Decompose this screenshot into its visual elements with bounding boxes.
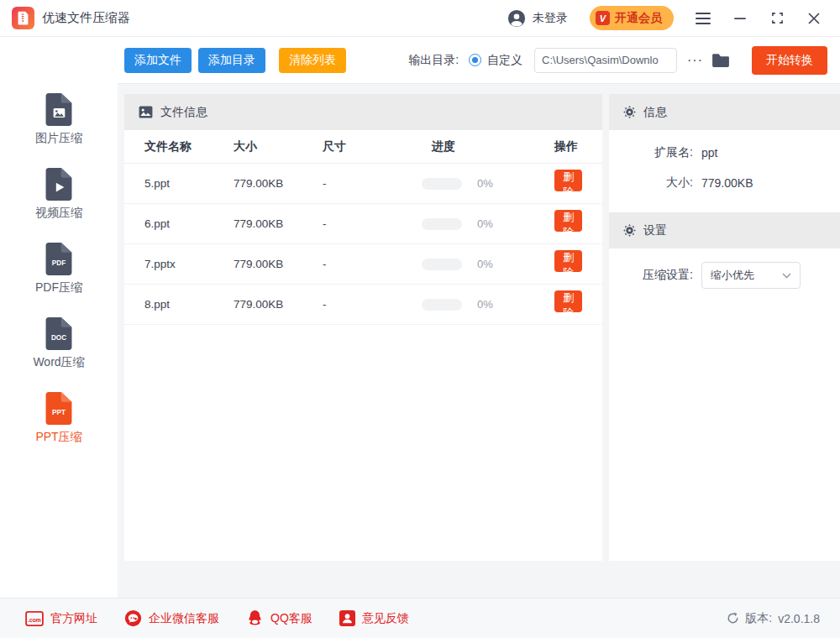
- add-file-button[interactable]: 添加文件: [124, 48, 192, 73]
- start-convert-button[interactable]: 开始转换: [752, 46, 827, 75]
- update-icon: [727, 612, 739, 625]
- file-dim-cell: -: [323, 217, 422, 230]
- delete-button[interactable]: 删除: [554, 290, 582, 312]
- close-button[interactable]: [806, 11, 822, 26]
- file-info-title: 文件信息: [160, 105, 207, 120]
- sidebar-item-video-compress[interactable]: 视频压缩: [0, 167, 118, 221]
- qq-icon: [246, 609, 264, 627]
- feedback-label: 意见反馈: [362, 611, 409, 626]
- sidebar-item-image-compress[interactable]: 图片压缩: [0, 92, 118, 146]
- table-row: 5.ppt 779.00KB - 0% 删除: [124, 164, 602, 204]
- progress-text: 0%: [477, 298, 493, 311]
- delete-button[interactable]: 删除: [554, 170, 582, 191]
- sidebar-item-ppt-compress[interactable]: PPT PPT压缩: [0, 391, 118, 445]
- doc-file-icon: DOC: [43, 316, 75, 350]
- app-title: 优速文件压缩器: [42, 10, 130, 26]
- sidebar-item-label: Word压缩: [33, 355, 84, 370]
- size-value: 779.00KB: [701, 176, 753, 190]
- delete-button[interactable]: 删除: [554, 250, 582, 272]
- version-info: 版本: v2.0.1.8: [727, 611, 820, 626]
- file-name-cell: 6.ppt: [144, 217, 234, 230]
- minimize-button[interactable]: [732, 11, 748, 26]
- file-dim-cell: -: [323, 258, 422, 270]
- ext-value: ppt: [701, 146, 717, 160]
- clear-list-button[interactable]: 清除列表: [279, 48, 346, 73]
- gear-icon: [623, 106, 636, 118]
- open-vip-button[interactable]: V 开通会员: [590, 6, 674, 30]
- official-website-link[interactable]: .com 官方网址: [25, 611, 97, 626]
- svg-text:PPT: PPT: [52, 409, 66, 416]
- compress-mode-value: 缩小优先: [711, 268, 754, 283]
- menu-button[interactable]: [696, 11, 711, 26]
- sidebar-item-label: PDF压缩: [35, 280, 82, 295]
- vip-icon: V: [596, 11, 610, 25]
- info-section-title: 信息: [643, 105, 667, 120]
- col-dim: 尺寸: [323, 139, 422, 154]
- svg-text:DOC: DOC: [51, 334, 66, 342]
- toolbar: 添加文件 添加目录 清除列表 输出目录: 自定义 ··· 开始转换: [118, 37, 840, 84]
- sidebar-item-label: 视频压缩: [35, 206, 82, 221]
- footer: .com 官方网址 企业微信客服 QQ客服 意见反馈 版本: v2.0.1.8: [0, 598, 840, 638]
- video-file-icon: [43, 167, 75, 201]
- folder-icon: [711, 53, 730, 68]
- progress-bar: [422, 178, 462, 190]
- sidebar: 图片压缩 视频压缩 PDF PDF压缩 DOC Word压缩 PPT PPT压缩: [0, 37, 118, 598]
- app-logo-icon: [12, 7, 34, 29]
- custom-dir-radio[interactable]: [469, 54, 481, 66]
- compress-setting-label: 压缩设置:: [609, 268, 693, 283]
- progress-bar: [422, 218, 462, 230]
- col-progress: 进度: [422, 139, 554, 154]
- pdf-file-icon: PDF: [43, 242, 75, 275]
- qq-support-link[interactable]: QQ客服: [246, 609, 312, 627]
- file-dim-cell: -: [323, 298, 422, 311]
- ppt-file-icon: PPT: [43, 391, 75, 425]
- feedback-link[interactable]: 意见反馈: [339, 610, 409, 626]
- wechat-support-link[interactable]: 企业微信客服: [124, 609, 219, 627]
- compress-mode-select[interactable]: 缩小优先: [701, 262, 801, 289]
- file-info-header: 文件信息: [124, 94, 602, 130]
- svg-text:PDF: PDF: [52, 259, 66, 267]
- hamburger-icon: [696, 13, 711, 24]
- file-name-cell: 5.ppt: [144, 177, 234, 190]
- maximize-icon: [771, 12, 784, 24]
- col-action: 操作: [554, 139, 582, 154]
- file-name-cell: 7.pptx: [144, 258, 234, 270]
- side-panel: 信息 扩展名: ppt 大小: 779.00KB 设置: [609, 94, 840, 561]
- file-size-cell: 779.00KB: [234, 258, 323, 270]
- output-dir-label: 输出目录:: [408, 53, 459, 68]
- delete-button[interactable]: 删除: [554, 210, 582, 232]
- login-status[interactable]: 未登录: [507, 9, 568, 28]
- chevron-down-icon: [782, 273, 791, 279]
- sidebar-item-label: PPT压缩: [35, 430, 81, 445]
- size-label: 大小:: [609, 175, 693, 191]
- sidebar-item-pdf-compress[interactable]: PDF PDF压缩: [0, 242, 118, 295]
- custom-dir-radio-label: 自定义: [487, 53, 522, 68]
- col-size: 大小: [234, 139, 323, 154]
- feedback-icon: [339, 610, 355, 626]
- website-icon: .com: [25, 611, 44, 626]
- file-size-cell: 779.00KB: [234, 177, 323, 190]
- wechat-support-label: 企业微信客服: [149, 611, 219, 626]
- file-info-panel: 文件信息 文件名称 大小 尺寸 进度 操作 5.ppt 779.00KB - 0…: [124, 94, 602, 561]
- progress-bar: [422, 259, 462, 270]
- file-dim-cell: -: [323, 177, 422, 190]
- add-dir-button[interactable]: 添加目录: [198, 48, 265, 73]
- picture-icon: [139, 106, 153, 118]
- col-name: 文件名称: [144, 139, 234, 154]
- browse-more-button[interactable]: ···: [687, 53, 703, 68]
- progress-text: 0%: [477, 177, 493, 190]
- login-label: 未登录: [533, 11, 568, 26]
- content-area: 文件信息 文件名称 大小 尺寸 进度 操作 5.ppt 779.00KB - 0…: [118, 84, 840, 598]
- close-icon: [808, 13, 820, 24]
- gear-icon: [623, 224, 636, 237]
- ext-row: 扩展名: ppt: [609, 145, 840, 160]
- version-label: 版本:: [745, 611, 772, 626]
- output-path-input[interactable]: [534, 48, 677, 73]
- maximize-button[interactable]: [769, 11, 785, 26]
- file-size-cell: 779.00KB: [234, 217, 323, 230]
- wechat-icon: [124, 609, 142, 627]
- sidebar-item-word-compress[interactable]: DOC Word压缩: [0, 316, 118, 370]
- minimize-icon: [734, 13, 746, 24]
- title-bar: 优速文件压缩器 未登录 V 开通会员: [0, 0, 840, 37]
- open-folder-button[interactable]: [711, 53, 730, 68]
